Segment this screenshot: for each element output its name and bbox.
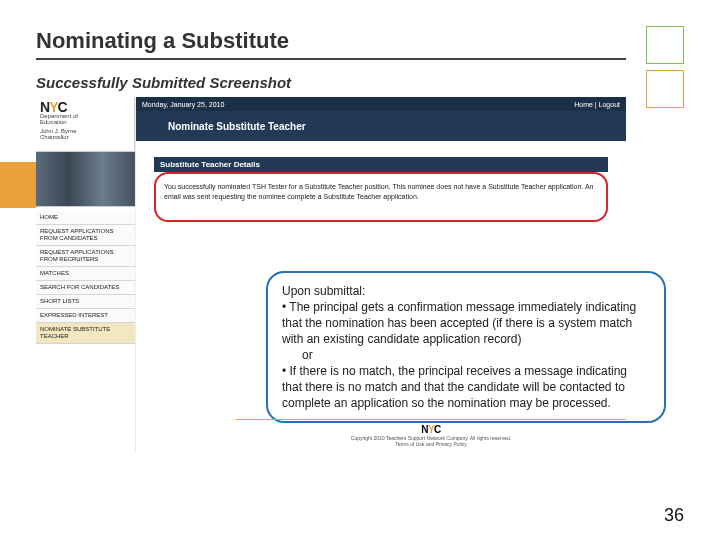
slide-title: Nominating a Substitute — [36, 28, 684, 54]
callout-line: • The principal gets a confirmation mess… — [282, 299, 650, 347]
panel-header: Substitute Teacher Details — [154, 157, 608, 172]
app-topbar: Monday, January 25, 2010 Home | Logout — [136, 97, 626, 111]
corner-square — [646, 26, 684, 64]
corner-square — [646, 70, 684, 108]
embedded-screenshot: NYC Department of Education John J. Byrn… — [36, 97, 626, 457]
left-accent-bar — [0, 162, 36, 208]
footer-nyc-logo: NYC — [236, 424, 626, 435]
callout-line: • If there is no match, the principal re… — [282, 363, 650, 411]
sidebar-nav: HOME REQUEST APPLICATIONS FROM CANDIDATE… — [36, 207, 135, 344]
decorative-corner-squares — [646, 26, 684, 114]
sidebar-photo-strip — [36, 152, 135, 207]
page-number: 36 — [664, 505, 684, 526]
logo-role: Chancellor — [40, 134, 130, 140]
nav-item-interest[interactable]: EXPRESSED INTEREST — [36, 309, 135, 323]
title-underline — [36, 58, 626, 60]
callout-line: Upon submittal: — [282, 283, 650, 299]
nav-item-matches[interactable]: MATCHES — [36, 267, 135, 281]
nav-item-shortlists[interactable]: SHORT LISTS — [36, 295, 135, 309]
topbar-date: Monday, January 25, 2010 — [142, 101, 224, 108]
content-area: Substitute Teacher Details You successfu… — [136, 141, 626, 452]
nyc-logo: NYC — [40, 101, 130, 113]
nav-item-req-recruiters[interactable]: REQUEST APPLICATIONS FROM RECRUITERS — [36, 246, 135, 267]
nav-item-search[interactable]: SEARCH FOR CANDIDATES — [36, 281, 135, 295]
nav-item-req-candidates[interactable]: REQUEST APPLICATIONS FROM CANDIDATES — [36, 225, 135, 246]
footer-legal: Terms of Use and Privacy Policy — [236, 441, 626, 447]
nav-item-nominate-substitute[interactable]: NOMINATE SUBSTITUTE TEACHER — [36, 323, 135, 344]
success-message-box: You successfully nominated TSH Tester fo… — [154, 172, 608, 222]
app-title-band: Nominate Substitute Teacher — [136, 111, 626, 141]
sidebar: NYC Department of Education John J. Byrn… — [36, 97, 136, 452]
nyc-logo-block: NYC Department of Education John J. Byrn… — [36, 97, 135, 152]
callout-line-or: or — [302, 347, 650, 363]
logo-sub: Education — [40, 119, 130, 125]
nav-item-home[interactable]: HOME — [36, 211, 135, 225]
success-message-text: You successfully nominated TSH Tester fo… — [164, 183, 593, 200]
slide-subtitle: Successfully Submitted Screenshot — [36, 74, 684, 91]
topbar-links[interactable]: Home | Logout — [574, 101, 620, 108]
explanation-callout: Upon submittal: • The principal gets a c… — [266, 271, 666, 423]
app-band-title: Nominate Substitute Teacher — [168, 121, 306, 132]
app-footer: NYC Copyright 2010 Teachers Support Netw… — [236, 419, 626, 447]
